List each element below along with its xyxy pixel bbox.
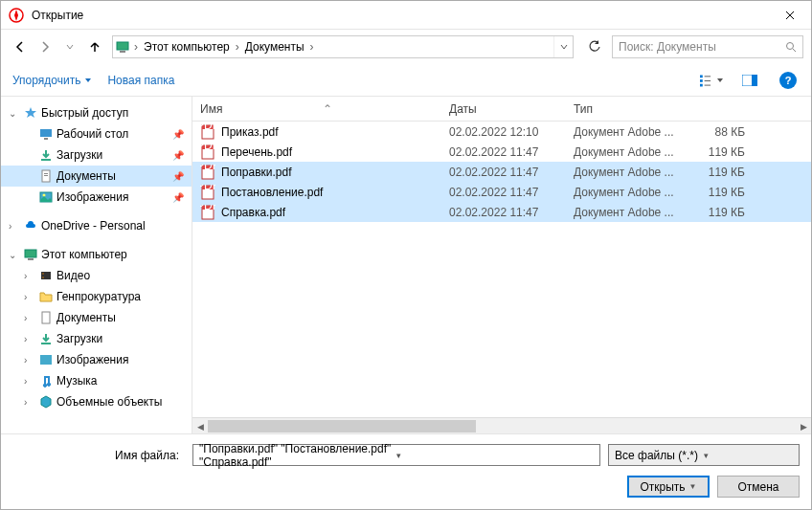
chevron-right-icon[interactable]: › (308, 40, 316, 54)
breadcrumb[interactable]: › Этот компьютер › Документы › (112, 35, 574, 58)
file-row[interactable]: PDFПостановление.pdf02.02.2022 11:47Доку… (192, 182, 811, 202)
back-button[interactable] (9, 35, 32, 58)
nav-tree[interactable]: ⌄Быстрый доступ Рабочий стол📌 Загрузки📌 … (1, 97, 192, 433)
pin-icon: 📌 (172, 192, 184, 203)
main-area: ⌄Быстрый доступ Рабочий стол📌 Загрузки📌 … (1, 97, 811, 433)
window-title: Открытие (32, 9, 771, 22)
file-row[interactable]: PDFПеречень.pdf02.02.2022 11:47Документ … (192, 142, 811, 162)
file-size: 119 КБ (690, 145, 753, 159)
forward-button[interactable] (34, 35, 56, 58)
scroll-thumb[interactable] (208, 420, 476, 432)
tree-pictures-2[interactable]: ›Изображения (1, 349, 192, 370)
help-button[interactable]: ? (777, 69, 800, 92)
file-name: Постановление.pdf (221, 186, 323, 199)
download-icon (37, 332, 55, 345)
close-button[interactable] (771, 2, 809, 29)
document-icon (37, 311, 55, 324)
cloud-icon (22, 219, 39, 233)
tree-3d-objects[interactable]: ›Объемные объекты (1, 391, 192, 412)
cancel-button[interactable]: Отмена (717, 476, 800, 498)
svg-rect-22 (41, 272, 51, 279)
filetype-select[interactable]: Все файлы (*.*) ▾ (608, 444, 800, 466)
tree-downloads[interactable]: Загрузки📌 (1, 144, 192, 166)
chevron-right-icon[interactable]: › (234, 40, 241, 54)
tree-music[interactable]: ›Музыка (1, 370, 192, 391)
tree-videos[interactable]: ›Видео (1, 265, 192, 286)
pictures-icon (37, 190, 55, 204)
scroll-left-icon[interactable]: ◀ (192, 418, 208, 434)
file-size: 88 КБ (690, 125, 753, 139)
file-row[interactable]: PDFПриказ.pdf02.02.2022 12:10Документ Ad… (192, 122, 811, 142)
tree-folder-genpros[interactable]: ›Генпрокуратура (1, 286, 192, 307)
filename-input[interactable]: "Поправки.pdf" "Постановление.pdf" "Спра… (192, 444, 600, 466)
filetype-value: Все файлы (*.*) (615, 449, 704, 462)
column-size[interactable] (690, 97, 753, 121)
tree-onedrive[interactable]: ›OneDrive - Personal (1, 215, 192, 236)
svg-rect-17 (44, 175, 48, 176)
recent-dropdown[interactable] (58, 35, 81, 58)
organize-button[interactable]: Упорядочить (12, 74, 92, 87)
column-type[interactable]: Тип (566, 97, 690, 121)
tree-pictures[interactable]: Изображения📌 (1, 187, 192, 208)
tree-documents-2[interactable]: ›Документы (1, 307, 192, 328)
tree-desktop[interactable]: Рабочий стол📌 (1, 123, 192, 144)
app-icon (9, 8, 24, 23)
file-type: Документ Adobe ... (566, 166, 690, 179)
up-button[interactable] (83, 35, 106, 58)
chevron-right-icon[interactable]: › (132, 40, 140, 54)
tree-downloads-2[interactable]: ›Загрузки (1, 328, 192, 349)
pc-icon (113, 40, 132, 54)
address-dropdown[interactable] (553, 36, 573, 57)
download-icon (37, 148, 55, 162)
search-input[interactable]: Поиск: Документы (612, 35, 803, 58)
desktop-icon (37, 127, 55, 141)
refresh-button[interactable] (583, 35, 606, 58)
file-row[interactable]: PDFПоправки.pdf02.02.2022 11:47Документ … (192, 162, 811, 182)
svg-text:PDF: PDF (200, 185, 215, 192)
file-type: Документ Adobe ... (566, 186, 690, 199)
help-icon: ? (779, 72, 797, 89)
breadcrumb-root[interactable]: Этот компьютер (140, 40, 234, 54)
breadcrumb-folder[interactable]: Документы (241, 40, 308, 54)
svg-rect-2 (120, 51, 125, 53)
pc-icon (22, 248, 39, 261)
svg-rect-11 (752, 75, 757, 86)
file-date: 02.02.2022 12:10 (441, 125, 566, 139)
scroll-right-icon[interactable]: ▶ (796, 418, 811, 434)
tree-quick-access[interactable]: ⌄Быстрый доступ (1, 102, 192, 123)
svg-rect-13 (44, 138, 48, 140)
svg-point-23 (42, 273, 43, 274)
file-size: 119 КБ (690, 166, 753, 179)
pdf-icon: PDF (200, 185, 215, 200)
chevron-down-icon[interactable]: ▾ (704, 451, 793, 460)
svg-text:PDF: PDF (200, 205, 215, 212)
view-mode-button[interactable] (700, 69, 723, 92)
search-placeholder: Поиск: Документы (619, 40, 785, 54)
titlebar: Открытие (1, 1, 811, 30)
pin-icon: 📌 (172, 150, 184, 161)
svg-rect-26 (41, 343, 51, 344)
file-name: Справка.pdf (221, 206, 285, 219)
svg-rect-16 (44, 173, 48, 174)
open-button[interactable]: Открыть▼ (627, 476, 710, 498)
svg-rect-9 (705, 84, 710, 85)
column-date[interactable]: Даты (441, 97, 566, 121)
preview-pane-button[interactable] (738, 69, 761, 92)
horizontal-scrollbar[interactable]: ◀ ▶ (192, 417, 811, 433)
file-list[interactable]: PDFПриказ.pdf02.02.2022 12:10Документ Ad… (192, 122, 811, 417)
tree-documents[interactable]: Документы📌 (1, 166, 192, 187)
pdf-icon: PDF (200, 205, 215, 220)
bottom-panel: Имя файла: "Поправки.pdf" "Постановление… (1, 433, 811, 509)
search-icon (785, 41, 797, 53)
chevron-down-icon[interactable]: ▾ (396, 451, 594, 460)
column-name[interactable]: Имя⌃ (192, 97, 441, 121)
file-row[interactable]: PDFСправка.pdf02.02.2022 11:47Документ A… (192, 202, 811, 222)
video-icon (37, 269, 55, 282)
sort-up-icon: ⌃ (222, 102, 433, 116)
svg-rect-14 (41, 159, 51, 161)
column-headers: Имя⌃ Даты Тип (192, 97, 811, 122)
file-date: 02.02.2022 11:47 (441, 206, 566, 219)
svg-rect-21 (28, 258, 34, 260)
tree-this-pc[interactable]: ⌄Этот компьютер (1, 244, 192, 265)
new-folder-button[interactable]: Новая папка (107, 74, 174, 87)
